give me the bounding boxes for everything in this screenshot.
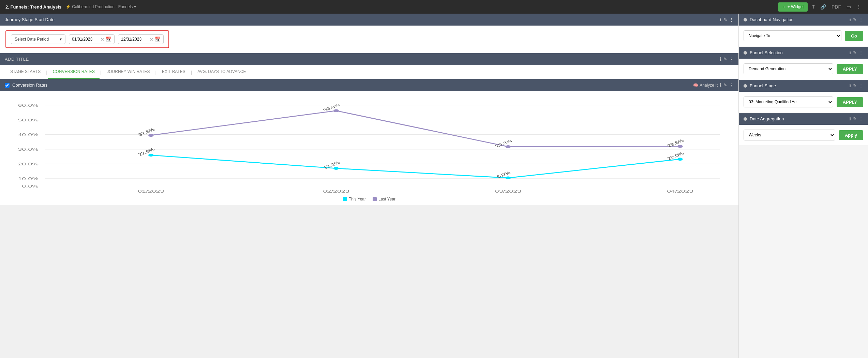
filter-bar: Select Date Period ▾ ✕ 📅 ✕ 📅 bbox=[0, 26, 738, 53]
edit-icon[interactable]: ✎ bbox=[723, 17, 727, 22]
svg-point-18 bbox=[148, 154, 154, 157]
chart-checkbox[interactable] bbox=[5, 83, 10, 88]
tab-exit-rates[interactable]: EXIT RATES bbox=[157, 65, 190, 79]
legend-this-year-label: This Year bbox=[349, 197, 366, 202]
date-agg-info-icon[interactable]: ℹ bbox=[849, 116, 851, 121]
funnel-selection-body: Demand Generation APPLY bbox=[739, 59, 868, 79]
svg-text:30.0%: 30.0% bbox=[18, 147, 39, 152]
svg-point-29 bbox=[677, 145, 683, 148]
lightning-icon: ⚡ bbox=[65, 4, 71, 9]
journey-stage-section: Journey Stage Start Date ℹ ✎ ⋮ Select Da… bbox=[0, 14, 738, 53]
widget-btn-label: + Widget bbox=[788, 4, 804, 9]
link-icon-btn[interactable]: 🔗 bbox=[819, 3, 827, 10]
funnel-stage-header-left: Funnel Stage bbox=[744, 83, 776, 88]
funnel-sel-edit-icon[interactable]: ✎ bbox=[853, 50, 857, 55]
dash-nav-more-icon[interactable]: ⋮ bbox=[859, 17, 863, 22]
tab-conversion-rates[interactable]: CONVERSION RATES bbox=[48, 65, 100, 79]
start-date-input[interactable] bbox=[72, 37, 99, 42]
dashboard-nav-title: Dashboard Navigation bbox=[750, 17, 794, 22]
funnel-stage-edit-icon[interactable]: ✎ bbox=[853, 83, 857, 88]
svg-text:60.0%: 60.0% bbox=[18, 103, 39, 108]
svg-point-28 bbox=[506, 145, 511, 148]
dashboard-nav-row: Navigate To Go bbox=[744, 30, 863, 41]
title-more-icon[interactable]: ⋮ bbox=[729, 57, 734, 62]
left-panel: Journey Stage Start Date ℹ ✎ ⋮ Select Da… bbox=[0, 14, 738, 358]
chart-section: Conversion Rates 🧠 Analyze It ℹ ✎ ⋮ bbox=[0, 79, 738, 205]
funnel-stage-select[interactable]: 03: Marketing Qualified Ac bbox=[744, 96, 833, 107]
date-period-select[interactable]: Select Date Period ▾ bbox=[11, 34, 65, 44]
legend-this-year-color bbox=[343, 197, 347, 201]
navigate-to-select[interactable]: Navigate To bbox=[744, 30, 841, 41]
chart-legend: This Year Last Year bbox=[5, 197, 733, 202]
widget-button[interactable]: ＋ + Widget bbox=[778, 2, 808, 12]
funnel-stage-info-icon[interactable]: ℹ bbox=[849, 83, 851, 88]
dash-nav-edit-icon[interactable]: ✎ bbox=[853, 17, 857, 22]
chart-title: Conversion Rates bbox=[12, 83, 47, 88]
date-agg-more-icon[interactable]: ⋮ bbox=[859, 116, 863, 121]
funnel-selection-apply-button[interactable]: APPLY bbox=[837, 64, 863, 74]
end-date-input[interactable] bbox=[121, 37, 148, 42]
funnel-sel-info-icon[interactable]: ℹ bbox=[849, 50, 851, 55]
tab-journey-win-rates[interactable]: JOURNEY WIN RATES bbox=[102, 65, 154, 79]
monitor-icon-btn[interactable]: ▭ bbox=[845, 3, 852, 10]
date-agg-header-left: Date Aggregation bbox=[744, 116, 784, 121]
funnel-stage-body: 03: Marketing Qualified Ac APPLY bbox=[739, 92, 868, 112]
tab-stage-starts[interactable]: STAGE STARTS bbox=[5, 65, 45, 79]
svg-text:03/2023: 03/2023 bbox=[495, 189, 521, 193]
funnel-selection-row: Demand Generation APPLY bbox=[744, 63, 863, 74]
tab-avg-days[interactable]: AVG. DAYS TO ADVANCE bbox=[193, 65, 251, 79]
legend-last-year-label: Last Year bbox=[378, 197, 395, 202]
start-date-clear-icon[interactable]: ✕ bbox=[101, 37, 104, 42]
filter-bar-inner: Select Date Period ▾ ✕ 📅 ✕ 📅 bbox=[5, 30, 169, 48]
right-panel: Dashboard Navigation ℹ ✎ ⋮ Navigate To G… bbox=[738, 14, 868, 358]
funnel-stage-dot bbox=[744, 84, 747, 88]
text-icon-btn[interactable]: T bbox=[810, 3, 816, 10]
title-section: ADD TITLE ℹ ✎ ⋮ bbox=[0, 53, 738, 65]
top-nav-left: 2. Funnels: Trend Analysis ⚡ Calibermind… bbox=[5, 4, 136, 10]
tabs-bar: STAGE STARTS | CONVERSION RATES | JOURNE… bbox=[0, 65, 738, 79]
info-icon[interactable]: ℹ bbox=[720, 17, 721, 22]
go-button[interactable]: Go bbox=[845, 31, 863, 41]
analyze-it-button[interactable]: 🧠 Analyze It bbox=[693, 83, 718, 88]
title-info-icon[interactable]: ℹ bbox=[720, 57, 721, 62]
start-date-input-wrap: ✕ 📅 bbox=[69, 34, 115, 44]
journey-stage-header-icons: ℹ ✎ ⋮ bbox=[720, 17, 734, 22]
start-date-calendar-icon[interactable]: 📅 bbox=[106, 36, 111, 42]
funnel-stage-section: Funnel Stage ℹ ✎ ⋮ 03: Marketing Qualifi… bbox=[739, 80, 868, 112]
analyze-it-label: Analyze It bbox=[700, 83, 718, 88]
dash-nav-info-icon[interactable]: ℹ bbox=[849, 17, 851, 22]
top-nav: 2. Funnels: Trend Analysis ⚡ Calibermind… bbox=[0, 0, 868, 14]
pdf-icon-btn[interactable]: PDF bbox=[830, 3, 842, 10]
date-aggregation-select[interactable]: Weeks bbox=[744, 130, 835, 140]
funnel-selection-title: Funnel Selection bbox=[750, 50, 783, 55]
main-layout: Journey Stage Start Date ℹ ✎ ⋮ Select Da… bbox=[0, 14, 868, 358]
date-aggregation-apply-button[interactable]: Apply bbox=[839, 130, 863, 140]
title-section-left: ADD TITLE bbox=[5, 57, 29, 62]
funnel-selection-header: Funnel Selection ℹ ✎ ⋮ bbox=[739, 47, 868, 59]
title-edit-icon[interactable]: ✎ bbox=[723, 57, 727, 62]
chart-more-icon[interactable]: ⋮ bbox=[729, 83, 734, 88]
dashboard-nav-body: Navigate To Go bbox=[739, 26, 868, 46]
svg-text:02/2023: 02/2023 bbox=[323, 189, 349, 193]
more-options-icon[interactable]: ⋮ bbox=[729, 17, 734, 22]
svg-point-27 bbox=[333, 109, 339, 112]
funnel-stage-more-icon[interactable]: ⋮ bbox=[859, 83, 863, 88]
chart-container: 60.0% 50.0% 40.0% 30.0% 20.0% 10.0% 0.0%… bbox=[0, 91, 738, 205]
svg-text:04/2023: 04/2023 bbox=[667, 189, 693, 193]
date-aggregation-body: Weeks Apply bbox=[739, 125, 868, 145]
dashboard-nav-dot bbox=[744, 18, 747, 21]
svg-text:01/2023: 01/2023 bbox=[138, 189, 164, 193]
more-icon-btn[interactable]: ⋮ bbox=[855, 3, 863, 10]
date-aggregation-header: Date Aggregation ℹ ✎ ⋮ bbox=[739, 113, 868, 125]
funnel-sel-dot bbox=[744, 51, 747, 55]
funnel-selection-select[interactable]: Demand Generation bbox=[744, 63, 833, 74]
funnel-sel-more-icon[interactable]: ⋮ bbox=[859, 50, 863, 55]
journey-stage-header-left: Journey Stage Start Date bbox=[5, 17, 55, 22]
end-date-calendar-icon[interactable]: 📅 bbox=[155, 36, 161, 42]
funnel-stage-apply-button[interactable]: APPLY bbox=[837, 97, 863, 107]
end-date-clear-icon[interactable]: ✕ bbox=[150, 37, 153, 42]
chart-edit-icon[interactable]: ✎ bbox=[723, 83, 727, 88]
chart-info-icon[interactable]: ℹ bbox=[720, 83, 721, 88]
date-agg-edit-icon[interactable]: ✎ bbox=[853, 116, 857, 121]
date-period-label: Select Date Period bbox=[15, 37, 49, 42]
